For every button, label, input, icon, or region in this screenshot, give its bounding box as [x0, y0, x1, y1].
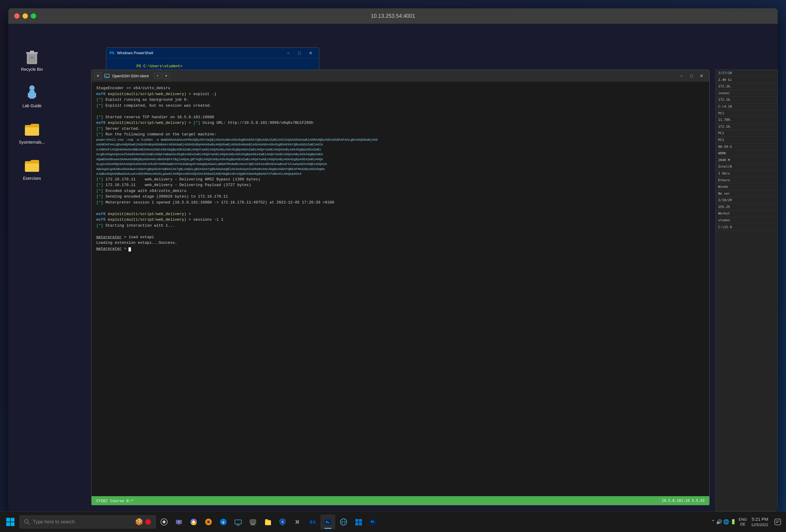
session-row-23: C:\31.8	[716, 224, 778, 231]
ps-controls: − □ ✕	[283, 49, 316, 57]
network-tray-icon[interactable]: 🌐	[723, 519, 729, 525]
app-icon-13[interactable]: PS	[367, 514, 380, 529]
ps-close-btn[interactable]: ✕	[305, 49, 316, 57]
svg-rect-15	[11, 522, 15, 526]
recycle-bin-svg	[25, 48, 39, 65]
term-line-2: msf6 exploit(multi/script/web_delivery) …	[96, 91, 704, 97]
app-icon-7[interactable]	[261, 514, 274, 529]
sysinternals-label: Sysinternals...	[19, 140, 45, 145]
session-row-2: 172.16.	[716, 83, 778, 90]
close-button[interactable]	[14, 13, 20, 19]
lab-guide-label: Lab Guide	[23, 103, 42, 109]
session-row-4: 172.16.	[716, 97, 778, 103]
language-indicator[interactable]: ENG DE	[739, 517, 747, 526]
svg-point-24	[192, 521, 195, 523]
term-line-14: msf6 exploit(multi/script/web_delivery) …	[96, 211, 704, 217]
terminal-area[interactable]: StageEncoder => x64/zutto_dekiru msf6 ex…	[92, 82, 709, 496]
app-icon-5[interactable]	[232, 514, 245, 529]
chrome-button[interactable]	[187, 514, 200, 529]
session-row-8: 172.16.	[716, 123, 778, 130]
clock-time: 5:21 PM	[751, 516, 768, 522]
svg-rect-33	[250, 519, 256, 524]
chrome-icon	[190, 518, 198, 526]
session-row-22: studen	[716, 217, 778, 224]
files-icon	[264, 518, 272, 526]
term-line-12: [*] Sending encoded stage (200826 bytes)…	[96, 194, 704, 200]
app-icon-8[interactable]: S	[276, 514, 289, 529]
recycle-bin-label: Recycle Bin	[21, 67, 43, 72]
notification-button[interactable]	[772, 514, 783, 529]
ps-restore-btn[interactable]: □	[294, 49, 305, 57]
app-icon-12[interactable]	[352, 514, 365, 529]
volume-icon[interactable]: 🔊	[716, 519, 722, 525]
system-clock[interactable]: 5:21 PM 12/5/2022	[749, 516, 770, 528]
ssh-close-btn[interactable]: ✕	[697, 72, 706, 80]
task-view-button[interactable]	[158, 514, 170, 529]
powershell-taskbar-icon: PS	[369, 518, 377, 526]
ps-icon: PS	[109, 50, 115, 56]
battery-icon[interactable]: 🔋	[730, 519, 736, 525]
maximize-button[interactable]	[31, 13, 36, 19]
terminal-status-bar: CYSEC Course 0:* 10.5.0.101:10 5.5.43	[92, 496, 709, 505]
ps-prompt-text: PS C:\Users\student>	[137, 64, 183, 68]
recycle-bin-icon[interactable]: Recycle Bin	[17, 47, 47, 72]
app-icon-11[interactable]	[337, 514, 350, 529]
svg-point-27	[207, 521, 210, 523]
sysinternals-icon[interactable]: Sysinternals...	[17, 120, 47, 145]
session-row-11: 00-50-5	[716, 144, 778, 151]
network-icon	[234, 518, 242, 526]
app-icon-10[interactable]: C:\	[306, 514, 319, 529]
ssh-max-btn[interactable]: □	[687, 72, 696, 80]
lab-guide-svg	[25, 85, 39, 100]
ssh-min-btn[interactable]: −	[677, 72, 686, 80]
app-icon-6[interactable]	[247, 514, 259, 529]
svg-text:C:\: C:\	[310, 521, 316, 524]
search-bar[interactable]: Type here to search 🍪	[20, 515, 156, 528]
lang-text: ENG	[739, 517, 747, 522]
lang-region: DE	[739, 522, 747, 527]
ssh-new-tab[interactable]: +	[154, 73, 161, 79]
session-info-panel: 2/17/20 2.40 Gi 172.16. (none) 172.16. C…	[716, 70, 778, 511]
system-tray: ⌃ 🔊 🌐 🔋	[711, 519, 736, 525]
term-line-enc1: powershell.exe -nop -w hidden -e WwBOAGU…	[96, 137, 704, 142]
tray-arrow-icon[interactable]: ⌃	[711, 519, 715, 525]
session-row-5: C:\4.18	[716, 103, 778, 110]
session-row-20: 255.25	[716, 204, 778, 211]
ssh-title-area: ✕ OpenSSH SSH client + ▾	[94, 72, 170, 79]
ps-minimize-btn[interactable]: −	[283, 49, 294, 57]
term-line-5: [*] Started reverse TCP handler on 10.5.…	[96, 114, 704, 120]
term-line-enc6: ALgAxADAAMQA6AkAOQA5ADkADkAVkADYAHMANwBC…	[96, 162, 704, 167]
session-row-15: 1 Gb/s	[716, 170, 778, 177]
ssh-tab-dropdown[interactable]: ▾	[163, 73, 170, 79]
term-line-enc3: AJABhAFcASQA9AHAAeABBUAB2AHoAZABiAGkAbgB…	[96, 147, 704, 152]
globe-icon	[340, 518, 347, 526]
lab-guide-image	[23, 84, 41, 101]
search-bar-icons: 🍪	[135, 518, 151, 526]
term-line-19: meterpreter >	[96, 246, 704, 252]
minimize-button[interactable]	[23, 13, 28, 19]
session-row-13: 2048 M	[716, 157, 778, 164]
app-icon-9[interactable]	[291, 514, 304, 529]
cmd-icon: C:\	[308, 518, 316, 526]
edge-button[interactable]: e	[217, 514, 230, 529]
svg-point-6	[29, 85, 34, 91]
session-row-3: (none)	[716, 90, 778, 97]
sysinternals-svg	[24, 123, 40, 136]
lab-guide-icon[interactable]: Lab Guide	[17, 84, 47, 109]
ssh-close-x[interactable]: ✕	[94, 72, 101, 79]
term-line-enc4: AcgBvAHgAeQAoAChAw0kAKAGEAZwBiAHQAYwBqAG…	[96, 152, 704, 157]
terminal-active-button[interactable]	[320, 514, 335, 529]
firefox-button[interactable]	[202, 514, 215, 529]
session-row-18: No ser	[716, 190, 778, 197]
svg-rect-52	[775, 519, 781, 525]
svg-rect-48	[355, 523, 359, 526]
exercises-icon[interactable]: Exercises	[17, 156, 47, 181]
svg-rect-14	[6, 522, 10, 526]
desktop-area: Recycle Bin Lab Guide	[8, 24, 778, 511]
start-button[interactable]	[3, 514, 18, 529]
term-line-9: [*] 172.16.170.11 web_delivery – Deliver…	[96, 177, 704, 183]
sysinternals-image	[23, 120, 41, 138]
ssh-window[interactable]: ✕ OpenSSH SSH client + ▾ −	[91, 70, 710, 505]
chat-button[interactable]: T	[172, 514, 185, 529]
session-row-12: WORK	[716, 150, 778, 157]
